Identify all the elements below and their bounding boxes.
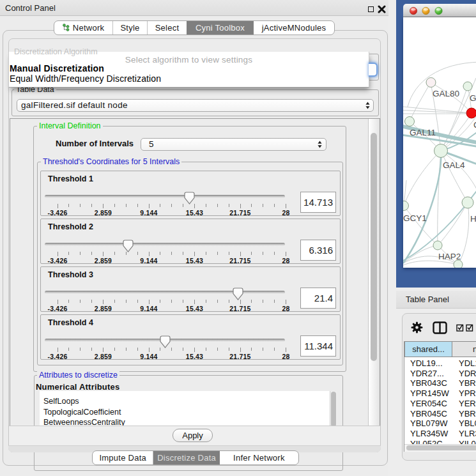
svg-text:C: C xyxy=(473,120,476,130)
svg-text:GAL11: GAL11 xyxy=(410,128,436,137)
svg-text:G.: G. xyxy=(470,93,476,103)
svg-text:HAP2: HAP2 xyxy=(438,252,461,261)
svg-text:GCY1: GCY1 xyxy=(403,213,427,223)
svg-text:GAL4: GAL4 xyxy=(443,160,465,170)
svg-text:H: H xyxy=(470,214,476,224)
svg-text:GAL80: GAL80 xyxy=(433,89,459,98)
